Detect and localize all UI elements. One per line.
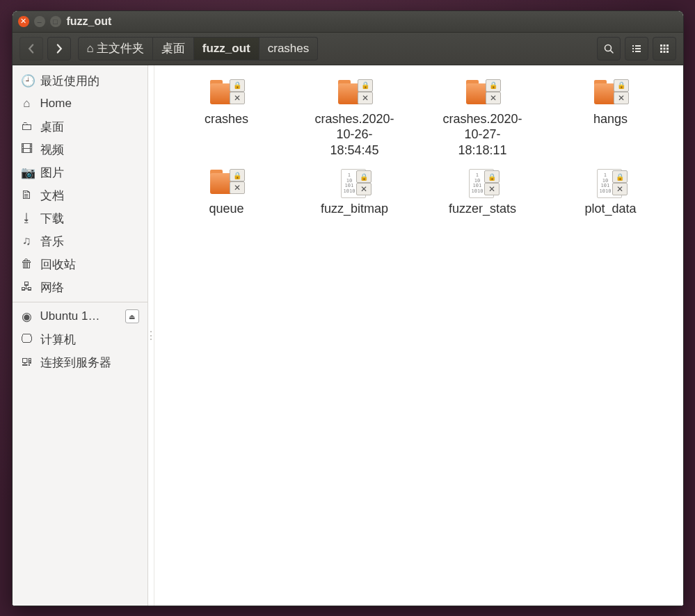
- sidebar-item-place[interactable]: ⌂Home: [13, 92, 147, 115]
- file-item[interactable]: 🔒✕crashes.2020- 10-27- 18:18:11: [419, 75, 547, 161]
- close-button[interactable]: ✕: [18, 16, 29, 27]
- sidebar-item-icon: ◉: [21, 309, 33, 324]
- sidebar-item-place[interactable]: 🗎文档: [13, 184, 147, 207]
- binary-file-locked-icon: 1 10 101 1010🔒✕: [337, 168, 373, 198]
- crumb-crashes[interactable]: crashes: [259, 37, 319, 60]
- folder-locked-icon: 🔒✕: [209, 168, 245, 198]
- svg-rect-12: [663, 47, 665, 49]
- svg-rect-2: [632, 45, 634, 47]
- toolbar: ⌂ 主文件夹 桌面 fuzz_out crashes: [13, 33, 683, 65]
- sidebar-item-device[interactable]: ◉Ubuntu 1…⏏: [13, 305, 147, 328]
- window-body: 🕘最近使用的⌂Home🗀桌面🎞视频📷图片🗎文档⭳下载♫音乐🗑回收站🖧网络 ◉Ub…: [13, 65, 683, 606]
- sidebar-item-label: 计算机: [40, 332, 76, 348]
- sidebar-item-icon: 🎞: [21, 143, 33, 156]
- sidebar-item-device[interactable]: 🖳连接到服务器: [13, 351, 147, 374]
- sidebar-item-label: Ubuntu 1…: [40, 309, 100, 323]
- sidebar-item-label: 图片: [40, 165, 64, 181]
- crumb-label: fuzz_out: [202, 42, 250, 56]
- binary-file-locked-icon: 1 10 101 1010🔒✕: [465, 168, 501, 198]
- svg-rect-11: [660, 47, 662, 49]
- sidebar-item-label: 连接到服务器: [40, 355, 111, 371]
- file-label: hangs: [593, 111, 628, 127]
- list-view-button[interactable]: [625, 37, 648, 60]
- sidebar-item-place[interactable]: 📷图片: [13, 161, 147, 184]
- svg-line-1: [610, 50, 613, 53]
- maximize-button[interactable]: □: [50, 16, 61, 27]
- eject-button[interactable]: ⏏: [125, 309, 139, 323]
- svg-rect-13: [666, 47, 669, 49]
- sidebar-item-label: 下载: [40, 211, 64, 227]
- window-buttons: ✕ – □: [18, 16, 61, 27]
- file-item[interactable]: 1 10 101 1010🔒✕fuzzer_stats: [419, 165, 547, 220]
- sidebar-item-icon: 🖵: [21, 332, 33, 346]
- sidebar-item-icon: 🗀: [21, 120, 33, 133]
- svg-rect-9: [663, 44, 665, 47]
- titlebar[interactable]: ✕ – □ fuzz_out: [13, 11, 683, 33]
- file-label: crashes.2020- 10-27- 18:18:11: [442, 111, 522, 159]
- sidebar-item-place[interactable]: 🖧网络: [13, 276, 147, 299]
- file-label: crashes: [205, 111, 248, 127]
- sidebar-item-label: Home: [40, 97, 72, 111]
- file-item[interactable]: 🔒✕queue: [163, 165, 291, 220]
- sidebar-item-label: 桌面: [40, 119, 64, 135]
- sidebar-item-place[interactable]: ♫音乐: [13, 230, 147, 253]
- file-label: fuzz_bitmap: [321, 201, 388, 217]
- svg-rect-6: [632, 51, 634, 52]
- file-item[interactable]: 1 10 101 1010🔒✕fuzz_bitmap: [291, 165, 419, 220]
- sidebar-item-label: 回收站: [40, 257, 76, 273]
- sidebar-item-icon: 🖧: [21, 280, 33, 294]
- grid-view-button[interactable]: [653, 37, 676, 60]
- sidebar-item-icon: ♫: [21, 234, 33, 248]
- file-label: crashes.2020- 10-26- 18:54:45: [314, 111, 394, 159]
- crumb-home[interactable]: ⌂ 主文件夹: [78, 37, 153, 60]
- sidebar-separator: [13, 302, 147, 302]
- sidebar-item-icon: 📷: [21, 165, 33, 180]
- sidebar-item-icon: 🖳: [21, 355, 33, 369]
- sidebar-item-icon: 🗎: [21, 188, 33, 202]
- breadcrumb: ⌂ 主文件夹 桌面 fuzz_out crashes: [78, 38, 319, 60]
- file-manager-window: ✕ – □ fuzz_out ⌂ 主文件夹 桌面 fuzz_out crashe…: [12, 10, 684, 606]
- file-item[interactable]: 🔒✕crashes.2020- 10-26- 18:54:45: [291, 75, 419, 161]
- forward-button[interactable]: [47, 37, 71, 60]
- sidebar-item-icon: ⭳: [21, 211, 33, 225]
- sidebar-item-icon: 🗑: [21, 257, 33, 271]
- search-button[interactable]: [597, 37, 621, 60]
- svg-rect-8: [660, 44, 662, 47]
- sidebar-resize-handle[interactable]: ⋮: [148, 65, 154, 606]
- sidebar-item-place[interactable]: 🗀桌面: [13, 115, 147, 138]
- svg-rect-14: [660, 51, 662, 53]
- file-label: queue: [209, 201, 243, 217]
- sidebar-item-icon: 🕘: [21, 74, 33, 88]
- sidebar-item-place[interactable]: 🎞视频: [13, 138, 147, 161]
- sidebar-item-place[interactable]: ⭳下载: [13, 207, 147, 230]
- svg-rect-3: [635, 45, 641, 47]
- window-title: fuzz_out: [67, 15, 112, 28]
- back-button[interactable]: [19, 37, 43, 60]
- svg-rect-10: [666, 44, 669, 47]
- sidebar-item-label: 音乐: [40, 234, 64, 250]
- file-item[interactable]: 🔒✕hangs: [547, 75, 675, 161]
- file-item[interactable]: 🔒✕crashes: [163, 75, 291, 161]
- svg-rect-16: [666, 51, 669, 53]
- folder-locked-icon: 🔒✕: [593, 78, 629, 108]
- chevron-right-icon: [54, 44, 64, 54]
- chevron-left-icon: [26, 44, 36, 54]
- file-label: fuzzer_stats: [449, 201, 516, 217]
- sidebar-item-label: 文档: [40, 188, 64, 204]
- crumb-label: crashes: [268, 42, 310, 56]
- svg-rect-15: [663, 51, 665, 53]
- sidebar-item-place[interactable]: 🗑回收站: [13, 253, 147, 276]
- crumb-desktop[interactable]: 桌面: [153, 37, 194, 60]
- sidebar-item-place[interactable]: 🕘最近使用的: [13, 70, 147, 92]
- grid-icon: [659, 43, 670, 54]
- folder-locked-icon: 🔒✕: [209, 78, 245, 108]
- sidebar-item-device[interactable]: 🖵计算机: [13, 328, 147, 351]
- file-item[interactable]: 1 10 101 1010🔒✕plot_data: [547, 165, 675, 220]
- folder-locked-icon: 🔒✕: [465, 78, 501, 108]
- minimize-button[interactable]: –: [34, 16, 45, 27]
- sidebar: 🕘最近使用的⌂Home🗀桌面🎞视频📷图片🗎文档⭳下载♫音乐🗑回收站🖧网络 ◉Ub…: [13, 65, 148, 606]
- home-icon: ⌂: [87, 42, 94, 56]
- file-grid[interactable]: 🔒✕crashes🔒✕crashes.2020- 10-26- 18:54:45…: [154, 65, 683, 606]
- sidebar-item-label: 最近使用的: [40, 73, 99, 89]
- crumb-fuzz-out[interactable]: fuzz_out: [194, 37, 259, 60]
